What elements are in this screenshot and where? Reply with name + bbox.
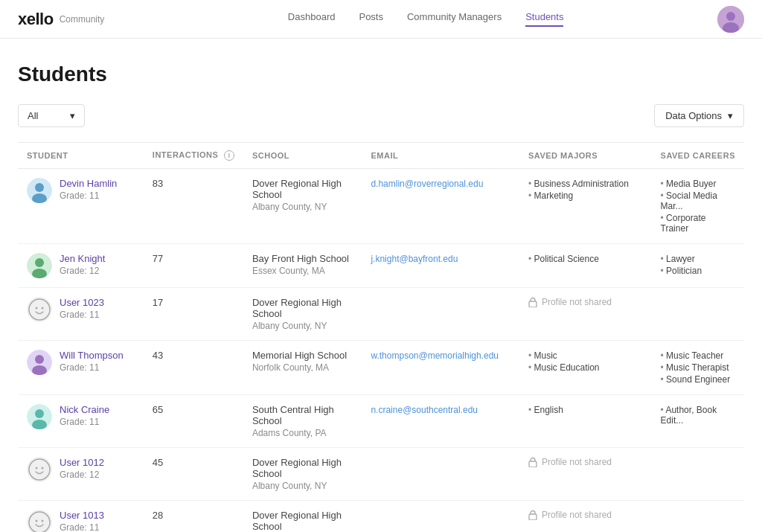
students-table: STUDENT INTERACTIONS i SCHOOL EMAIL SAVE… [18, 142, 744, 532]
svg-rect-24 [529, 461, 537, 467]
avatar[interactable] [717, 6, 744, 33]
saved-majors-cell: Profile not shared [519, 501, 652, 532]
interactions-value: 28 [153, 510, 163, 521]
profile-locked: Profile not shared [528, 457, 643, 467]
school-name: Memorial High School [252, 350, 353, 361]
email-cell [362, 501, 519, 532]
interactions-value: 43 [153, 350, 163, 361]
student-grade: Grade: 12 [60, 469, 104, 480]
svg-point-11 [36, 307, 38, 310]
info-icon[interactable]: i [224, 150, 234, 161]
student-name[interactable]: Will Thompson [60, 350, 124, 361]
table-row: User 1013 Grade: 11 28Dover Regional Hig… [18, 501, 744, 532]
svg-point-22 [36, 467, 38, 469]
toolbar: All ▾ Data Options ▾ [18, 104, 744, 127]
svg-point-1 [726, 12, 735, 21]
student-info: Jen Knight Grade: 12 [27, 253, 135, 278]
saved-majors-cell: English [519, 395, 652, 448]
school-cell: South Central High School Adams County, … [243, 395, 362, 448]
email-link[interactable]: n.craine@southcentral.edu [371, 405, 478, 415]
table-head: STUDENT INTERACTIONS i SCHOOL EMAIL SAVE… [18, 143, 744, 169]
saved-majors-cell: MusicMusic Education [519, 341, 652, 395]
careers-list: Author, Book Edit... [661, 404, 735, 426]
students-table-wrap: STUDENT INTERACTIONS i SCHOOL EMAIL SAVE… [18, 142, 744, 532]
profile-locked: Profile not shared [528, 297, 643, 307]
student-cell: User 1012 Grade: 12 [18, 448, 144, 501]
table-row: Nick Craine Grade: 11 65South Central Hi… [18, 395, 744, 448]
school-name: South Central High School [252, 404, 353, 426]
svg-point-27 [36, 520, 38, 522]
interactions-value: 45 [153, 457, 163, 468]
nav-dashboard[interactable]: Dashboard [288, 11, 336, 27]
student-grade: Grade: 11 [60, 417, 109, 427]
school-name: Bay Front High School [252, 253, 353, 264]
majors-list: Business AdministrationMarketing [528, 178, 643, 202]
saved-careers-cell: Author, Book Edit... [652, 395, 744, 448]
student-name[interactable]: Nick Craine [60, 404, 109, 415]
interactions-value: 77 [153, 253, 163, 264]
major-item: Political Science [528, 253, 643, 265]
email-link[interactable]: j.knight@bayfront.edu [371, 254, 458, 264]
school-cell: Bay Front High School Essex County, MA [243, 244, 362, 288]
career-item: Author, Book Edit... [661, 404, 735, 426]
table-row: Jen Knight Grade: 12 77Bay Front High Sc… [18, 244, 744, 288]
student-name[interactable]: Jen Knight [60, 253, 105, 264]
svg-rect-13 [529, 301, 537, 307]
career-item: Media Buyer [661, 178, 735, 190]
student-grade: Grade: 11 [60, 190, 117, 201]
student-name[interactable]: Devin Hamlin [60, 178, 117, 189]
major-item: Marketing [528, 190, 643, 202]
svg-point-12 [42, 307, 44, 310]
student-info: Nick Craine Grade: 11 [27, 404, 135, 429]
student-cell: User 1023 Grade: 11 [18, 288, 144, 341]
email-cell: n.craine@southcentral.edu [362, 395, 519, 448]
student-info: User 1023 Grade: 11 [27, 297, 135, 322]
email-cell: w.thompson@memorialhigh.edu [362, 341, 519, 395]
email-cell: j.knight@bayfront.edu [362, 244, 519, 288]
major-item: Music [528, 350, 643, 362]
student-name[interactable]: User 1012 [60, 457, 104, 468]
school-cell: Dover Regional High School Albany County… [243, 169, 362, 244]
nav-links: Dashboard Posts Community Managers Stude… [134, 11, 717, 27]
interactions-cell: 65 [144, 395, 243, 448]
logo: xello Community [18, 10, 104, 29]
logo-text: xello [18, 10, 54, 29]
school-county: Albany County, NY [252, 202, 353, 212]
school-cell: Memorial High School Norfolk County, MA [243, 341, 362, 395]
svg-point-15 [35, 355, 44, 364]
navbar: xello Community Dashboard Posts Communit… [0, 0, 762, 39]
career-item: Social Media Mar... [661, 190, 735, 212]
student-avatar [27, 510, 52, 532]
data-options-button[interactable]: Data Options ▾ [654, 104, 744, 127]
col-header-school: SCHOOL [243, 143, 362, 169]
career-item: Lawyer [661, 253, 735, 265]
interactions-cell: 77 [144, 244, 243, 288]
saved-careers-cell: Media BuyerSocial Media Mar...Corporate … [652, 169, 744, 244]
student-avatar [27, 404, 52, 429]
lock-icon [528, 297, 537, 307]
saved-majors-cell: Business AdministrationMarketing [519, 169, 652, 244]
student-grade: Grade: 11 [60, 522, 104, 532]
chevron-down-icon: ▾ [70, 110, 75, 121]
nav-posts[interactable]: Posts [359, 11, 383, 27]
interactions-cell: 17 [144, 288, 243, 341]
svg-point-18 [35, 409, 44, 418]
interactions-value: 17 [153, 297, 163, 308]
careers-list: Media BuyerSocial Media Mar...Corporate … [661, 178, 735, 234]
nav-students[interactable]: Students [525, 11, 563, 27]
nav-community-managers[interactable]: Community Managers [407, 11, 502, 27]
student-info: Will Thompson Grade: 11 [27, 350, 135, 375]
table-body: Devin Hamlin Grade: 11 83Dover Regional … [18, 169, 744, 532]
student-name[interactable]: User 1013 [60, 510, 104, 521]
lock-icon [528, 510, 537, 520]
col-header-saved-careers: SAVED CAREERS [652, 143, 744, 169]
filter-dropdown[interactable]: All ▾ [18, 104, 85, 127]
student-name[interactable]: User 1023 [60, 297, 104, 308]
email-link[interactable]: w.thompson@memorialhigh.edu [371, 350, 499, 361]
student-avatar [27, 178, 52, 203]
student-avatar [27, 457, 52, 482]
email-link[interactable]: d.hamlin@roverregional.edu [371, 179, 483, 189]
student-cell: Devin Hamlin Grade: 11 [18, 169, 144, 244]
student-avatar [27, 297, 52, 322]
lock-icon [528, 457, 537, 467]
